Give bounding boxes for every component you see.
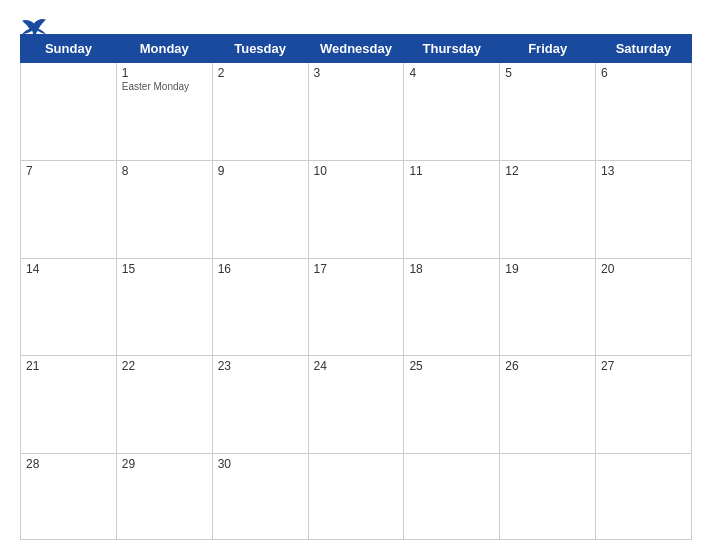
weekday-header-monday: Monday xyxy=(116,35,212,63)
day-number: 1 xyxy=(122,66,207,80)
day-number: 3 xyxy=(314,66,399,80)
day-number: 20 xyxy=(601,262,686,276)
week-row-2: 78910111213 xyxy=(21,160,692,258)
week-row-4: 21222324252627 xyxy=(21,356,692,454)
day-number: 21 xyxy=(26,359,111,373)
calendar-cell: 10 xyxy=(308,160,404,258)
day-number: 13 xyxy=(601,164,686,178)
calendar-cell: 15 xyxy=(116,258,212,356)
calendar-cell: 29 xyxy=(116,454,212,540)
calendar-cell: 23 xyxy=(212,356,308,454)
calendar-cell: 16 xyxy=(212,258,308,356)
calendar-cell: 5 xyxy=(500,63,596,161)
calendar-cell: 30 xyxy=(212,454,308,540)
calendar-table: SundayMondayTuesdayWednesdayThursdayFrid… xyxy=(20,34,692,540)
day-number: 5 xyxy=(505,66,590,80)
calendar-cell: 12 xyxy=(500,160,596,258)
calendar-header xyxy=(20,18,692,26)
day-number: 10 xyxy=(314,164,399,178)
day-number: 24 xyxy=(314,359,399,373)
day-number: 17 xyxy=(314,262,399,276)
calendar-cell xyxy=(500,454,596,540)
week-row-1: 1Easter Monday23456 xyxy=(21,63,692,161)
weekday-header-friday: Friday xyxy=(500,35,596,63)
holiday-label: Easter Monday xyxy=(122,81,207,92)
day-number: 16 xyxy=(218,262,303,276)
day-number: 11 xyxy=(409,164,494,178)
calendar-cell: 27 xyxy=(596,356,692,454)
calendar-cell: 2 xyxy=(212,63,308,161)
day-number: 8 xyxy=(122,164,207,178)
day-number: 23 xyxy=(218,359,303,373)
day-number: 15 xyxy=(122,262,207,276)
day-number: 6 xyxy=(601,66,686,80)
day-number: 29 xyxy=(122,457,207,471)
weekday-header-tuesday: Tuesday xyxy=(212,35,308,63)
calendar-cell: 13 xyxy=(596,160,692,258)
calendar-cell xyxy=(404,454,500,540)
calendar-cell: 28 xyxy=(21,454,117,540)
logo xyxy=(20,18,52,40)
calendar-cell: 14 xyxy=(21,258,117,356)
bird-icon xyxy=(20,18,48,40)
calendar-cell xyxy=(596,454,692,540)
weekday-header-row: SundayMondayTuesdayWednesdayThursdayFrid… xyxy=(21,35,692,63)
calendar-cell: 20 xyxy=(596,258,692,356)
day-number: 4 xyxy=(409,66,494,80)
day-number: 26 xyxy=(505,359,590,373)
weekday-header-wednesday: Wednesday xyxy=(308,35,404,63)
day-number: 28 xyxy=(26,457,111,471)
calendar-cell: 7 xyxy=(21,160,117,258)
day-number: 30 xyxy=(218,457,303,471)
calendar-cell: 8 xyxy=(116,160,212,258)
calendar-cell: 22 xyxy=(116,356,212,454)
calendar-cell: 21 xyxy=(21,356,117,454)
calendar-cell: 26 xyxy=(500,356,596,454)
day-number: 9 xyxy=(218,164,303,178)
calendar-cell: 24 xyxy=(308,356,404,454)
calendar-cell: 18 xyxy=(404,258,500,356)
day-number: 22 xyxy=(122,359,207,373)
calendar-cell: 25 xyxy=(404,356,500,454)
calendar-cell: 6 xyxy=(596,63,692,161)
weekday-header-saturday: Saturday xyxy=(596,35,692,63)
week-row-3: 14151617181920 xyxy=(21,258,692,356)
calendar-cell: 3 xyxy=(308,63,404,161)
day-number: 27 xyxy=(601,359,686,373)
day-number: 18 xyxy=(409,262,494,276)
day-number: 12 xyxy=(505,164,590,178)
day-number: 14 xyxy=(26,262,111,276)
calendar-cell xyxy=(308,454,404,540)
calendar-cell: 19 xyxy=(500,258,596,356)
calendar-cell xyxy=(21,63,117,161)
calendar-cell: 1Easter Monday xyxy=(116,63,212,161)
day-number: 19 xyxy=(505,262,590,276)
day-number: 25 xyxy=(409,359,494,373)
weekday-header-thursday: Thursday xyxy=(404,35,500,63)
week-row-5: 282930 xyxy=(21,454,692,540)
day-number: 2 xyxy=(218,66,303,80)
calendar-cell: 4 xyxy=(404,63,500,161)
day-number: 7 xyxy=(26,164,111,178)
calendar-cell: 9 xyxy=(212,160,308,258)
calendar-cell: 17 xyxy=(308,258,404,356)
calendar-cell: 11 xyxy=(404,160,500,258)
